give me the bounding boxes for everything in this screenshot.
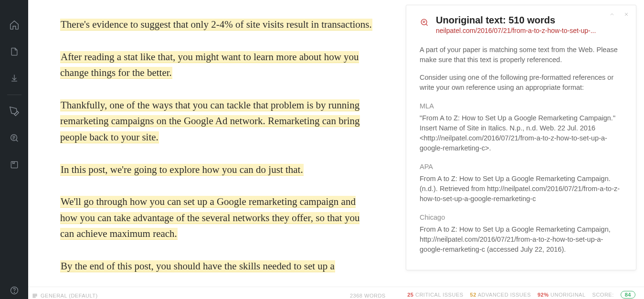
ref-text-apa[interactable]: From A to Z: How to Set Up a Google Rema… (420, 174, 623, 204)
paragraph[interactable]: Thankfully, one of the ways that you can… (60, 97, 375, 146)
plagiarism-icon (420, 18, 429, 27)
panel-description: Consider using one of the following pre-… (420, 73, 623, 93)
doc-type-label[interactable]: GENERAL (DEFAULT) (41, 293, 98, 299)
paragraph[interactable]: In this post, we're going to explore how… (60, 162, 375, 178)
svg-point-4 (421, 19, 427, 25)
panel-description: A part of your paper is matching some te… (420, 45, 623, 65)
svg-point-3 (14, 292, 14, 293)
ref-text-chicago[interactable]: From A to Z: How to Set Up a Google Rema… (420, 224, 623, 255)
download-icon[interactable] (9, 73, 20, 84)
document-icon[interactable] (9, 46, 20, 57)
paragraph[interactable]: There's evidence to suggest that only 2-… (60, 17, 375, 33)
ref-label-apa: APA (420, 162, 623, 172)
pen-icon[interactable] (9, 106, 20, 117)
search-icon[interactable] (9, 132, 20, 144)
ref-text-mla[interactable]: "From A to Z: How to Set Up a Google Rem… (420, 113, 623, 153)
chevron-up-icon[interactable] (609, 11, 615, 19)
unoriginal-percent[interactable]: 92% (538, 292, 549, 298)
paragraph[interactable]: We'll go through how you can set up a Go… (60, 194, 375, 242)
editor-area[interactable]: There's evidence to suggest that only 2-… (28, 0, 405, 287)
close-icon[interactable] (623, 11, 629, 19)
word-count: 2368 WORDS (350, 293, 386, 299)
svg-rect-5 (33, 294, 37, 295)
sidebar-divider (7, 95, 21, 95)
svg-rect-7 (33, 297, 35, 298)
plagiarism-panel: Unoriginal text: 510 words neilpatel.com… (406, 5, 636, 270)
left-sidebar (0, 0, 28, 299)
ref-label-chicago: Chicago (420, 213, 623, 223)
home-icon[interactable] (9, 19, 20, 31)
doc-type-icon (32, 293, 38, 299)
paragraph[interactable]: By the end of this post, you should have… (60, 258, 375, 275)
paragraph[interactable]: After reading a stat like that, you migh… (60, 49, 375, 81)
source-link[interactable]: neilpatel.com/2016/07/21/from-a-to-z-how… (436, 27, 596, 34)
status-bar: GENERAL (DEFAULT) 2368 WORDS 25 CRITICAL… (28, 287, 644, 299)
help-icon[interactable] (9, 285, 20, 296)
book-icon[interactable] (9, 159, 20, 171)
svg-rect-6 (33, 296, 37, 297)
score-badge[interactable]: 84 (621, 291, 635, 299)
ref-label-mla: MLA (420, 101, 623, 111)
advanced-count[interactable]: 52 (470, 292, 476, 298)
panel-title: Unoriginal text: 510 words (436, 15, 596, 26)
critical-count[interactable]: 25 (407, 292, 413, 298)
